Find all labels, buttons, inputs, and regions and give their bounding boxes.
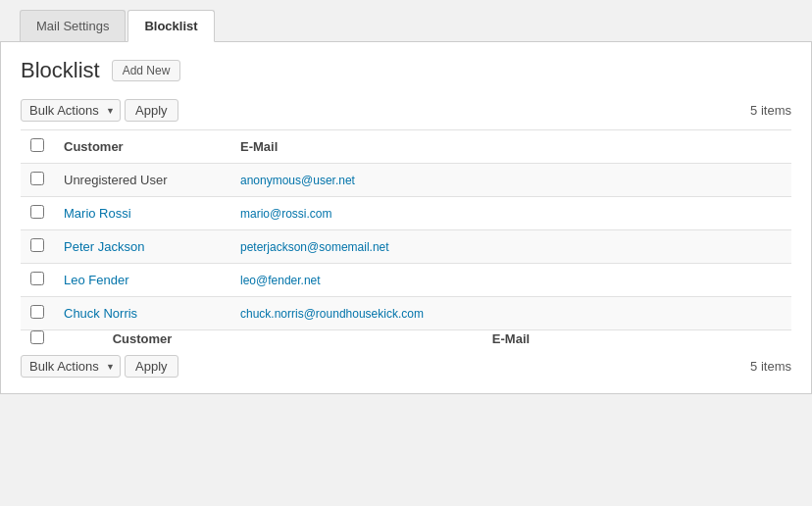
row-checkbox-cell: [21, 164, 54, 197]
page-title-row: Blocklist Add New: [21, 58, 791, 83]
select-all-checkbox-top[interactable]: [30, 138, 44, 152]
footer-customer: Customer: [54, 330, 230, 348]
row-customer-cell: Unregistered User: [54, 164, 230, 197]
email-value: mario@rossi.com: [240, 207, 332, 221]
add-new-button[interactable]: Add New: [112, 60, 181, 81]
header-check: [21, 130, 54, 164]
tab-mail-settings[interactable]: Mail Settings: [20, 10, 126, 41]
row-email-cell: mario@rossi.com: [230, 197, 791, 230]
top-toolbar: Bulk Actions Apply 5 items: [21, 99, 791, 122]
bulk-actions-wrapper-top: Bulk Actions: [21, 99, 121, 122]
row-checkbox-1[interactable]: [30, 172, 44, 185]
select-all-checkbox-bottom[interactable]: [30, 330, 44, 344]
email-value: anonymous@user.net: [240, 174, 355, 187]
footer-email: E-Mail: [230, 330, 791, 348]
customer-link[interactable]: Peter Jackson: [64, 239, 144, 254]
items-count-top: 5 items: [750, 103, 791, 118]
customer-link[interactable]: Chuck Norris: [64, 306, 137, 321]
footer-check: [21, 330, 54, 348]
row-checkbox-cell: [21, 230, 54, 264]
row-checkbox-2[interactable]: [30, 205, 44, 219]
apply-button-top[interactable]: Apply: [125, 99, 178, 122]
table-header-row: Customer E-Mail: [21, 130, 791, 164]
table-row: Chuck Norrischuck.norris@roundhousekick.…: [21, 297, 791, 330]
apply-button-bottom[interactable]: Apply: [125, 355, 178, 378]
table-row: Unregistered Useranonymous@user.net: [21, 164, 791, 197]
table-row: Peter Jacksonpeterjackson@somemail.net: [21, 230, 791, 264]
blocklist-table: Customer E-Mail Unregistered Useranonymo…: [21, 129, 791, 347]
row-checkbox-3[interactable]: [30, 238, 44, 252]
row-checkbox-5[interactable]: [30, 305, 44, 319]
email-value: peterjackson@somemail.net: [240, 240, 389, 254]
toolbar-left-bottom: Bulk Actions Apply: [21, 355, 178, 378]
row-email-cell: chuck.norris@roundhousekick.com: [230, 297, 791, 330]
tab-blocklist[interactable]: Blocklist: [127, 10, 214, 42]
header-email: E-Mail: [230, 130, 791, 164]
bulk-actions-select-bottom[interactable]: Bulk Actions: [21, 355, 121, 378]
row-email-cell: leo@fender.net: [230, 264, 791, 297]
row-checkbox-4[interactable]: [30, 272, 44, 285]
bulk-actions-select-top[interactable]: Bulk Actions: [21, 99, 121, 122]
row-email-cell: anonymous@user.net: [230, 164, 791, 197]
email-value: chuck.norris@roundhousekick.com: [240, 307, 424, 321]
row-checkbox-cell: [21, 297, 54, 330]
tab-bar: Mail Settings Blocklist: [0, 0, 812, 42]
customer-link[interactable]: Leo Fender: [64, 273, 129, 287]
row-customer-cell: Mario Rossi: [54, 197, 230, 230]
toolbar-left-top: Bulk Actions Apply: [21, 99, 178, 122]
main-content: Blocklist Add New Bulk Actions Apply 5 i…: [0, 42, 812, 394]
page-title: Blocklist: [21, 58, 100, 83]
row-customer-cell: Chuck Norris: [54, 297, 230, 330]
row-customer-cell: Leo Fender: [54, 264, 230, 297]
header-customer: Customer: [54, 130, 230, 164]
customer-link[interactable]: Mario Rossi: [64, 206, 131, 221]
customer-name: Unregistered User: [64, 173, 168, 187]
row-checkbox-cell: [21, 264, 54, 297]
bulk-actions-wrapper-bottom: Bulk Actions: [21, 355, 121, 378]
row-customer-cell: Peter Jackson: [54, 230, 230, 264]
bottom-toolbar: Bulk Actions Apply 5 items: [21, 355, 791, 378]
table-body: Unregistered Useranonymous@user.netMario…: [21, 164, 791, 330]
table-footer-row: Customer E-Mail: [21, 330, 791, 348]
table-row: Mario Rossimario@rossi.com: [21, 197, 791, 230]
items-count-bottom: 5 items: [750, 359, 791, 374]
table-row: Leo Fenderleo@fender.net: [21, 264, 791, 297]
row-checkbox-cell: [21, 197, 54, 230]
email-value: leo@fender.net: [240, 274, 321, 287]
row-email-cell: peterjackson@somemail.net: [230, 230, 791, 264]
